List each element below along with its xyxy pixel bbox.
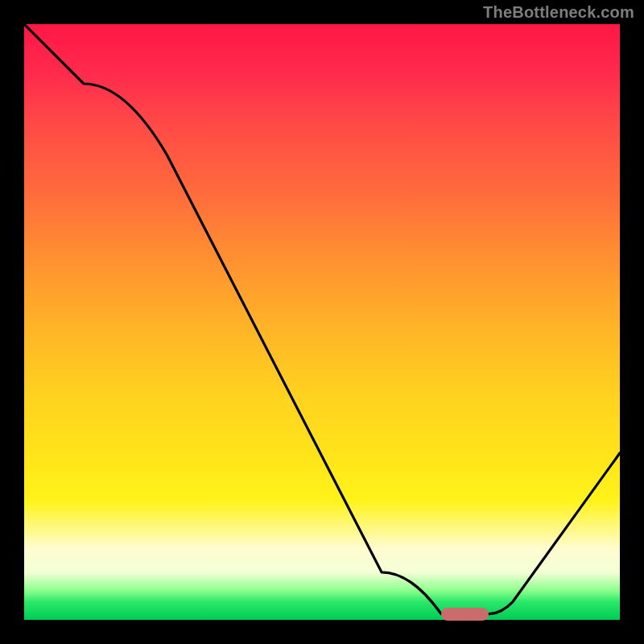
bottleneck-curve [24, 24, 620, 620]
watermark-text: TheBottleneck.com [483, 3, 634, 22]
curve-path [24, 24, 620, 614]
optimal-range-marker [441, 608, 489, 621]
plot-area [24, 24, 620, 620]
chart-frame: TheBottleneck.com [0, 0, 644, 644]
